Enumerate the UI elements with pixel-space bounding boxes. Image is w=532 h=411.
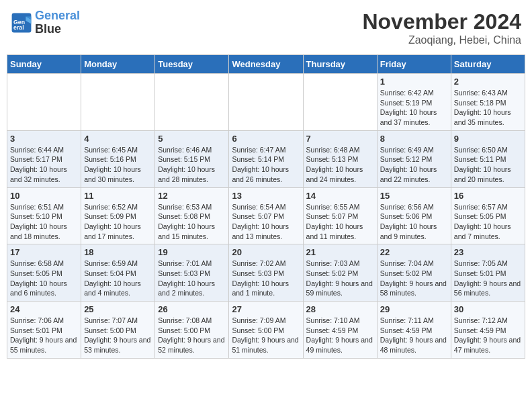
day-number: 21 (306, 247, 374, 257)
day-number: 2 (454, 77, 522, 87)
calendar-cell: 21Sunrise: 7:03 AM Sunset: 5:02 PM Dayli… (303, 244, 377, 302)
day-number: 30 (454, 304, 522, 314)
day-number: 3 (10, 134, 78, 144)
calendar-cell: 7Sunrise: 6:48 AM Sunset: 5:13 PM Daylig… (303, 130, 377, 187)
calendar-body: 1Sunrise: 6:42 AM Sunset: 5:19 PM Daylig… (7, 74, 525, 359)
calendar-row-0: 1Sunrise: 6:42 AM Sunset: 5:19 PM Daylig… (7, 74, 525, 131)
day-number: 29 (380, 304, 448, 314)
calendar-cell: 30Sunrise: 7:12 AM Sunset: 4:59 PM Dayli… (451, 302, 525, 359)
calendar-row-1: 3Sunrise: 6:44 AM Sunset: 5:17 PM Daylig… (7, 130, 525, 187)
weekday-header-friday: Friday (377, 55, 451, 74)
svg-text:eral: eral (13, 24, 24, 31)
cell-info: Sunrise: 6:53 AM Sunset: 5:08 PM Dayligh… (158, 202, 226, 242)
day-number: 20 (232, 247, 300, 257)
weekday-header-sunday: Sunday (7, 55, 81, 74)
day-number: 27 (232, 304, 300, 314)
calendar-cell: 18Sunrise: 6:59 AM Sunset: 5:04 PM Dayli… (81, 244, 155, 302)
day-number: 1 (380, 77, 448, 87)
weekday-header-saturday: Saturday (451, 55, 525, 74)
calendar-cell: 11Sunrise: 6:52 AM Sunset: 5:09 PM Dayli… (81, 187, 155, 244)
calendar-cell: 9Sunrise: 6:50 AM Sunset: 5:11 PM Daylig… (451, 130, 525, 187)
calendar-cell: 13Sunrise: 6:54 AM Sunset: 5:07 PM Dayli… (229, 187, 303, 244)
calendar-cell: 24Sunrise: 7:06 AM Sunset: 5:01 PM Dayli… (7, 302, 81, 359)
cell-info: Sunrise: 6:57 AM Sunset: 5:05 PM Dayligh… (454, 202, 522, 242)
cell-info: Sunrise: 7:09 AM Sunset: 5:00 PM Dayligh… (232, 316, 300, 355)
calendar-cell: 26Sunrise: 7:08 AM Sunset: 5:00 PM Dayli… (155, 302, 229, 359)
cell-info: Sunrise: 6:51 AM Sunset: 5:10 PM Dayligh… (10, 202, 78, 242)
weekday-header-tuesday: Tuesday (155, 55, 229, 74)
cell-info: Sunrise: 7:03 AM Sunset: 5:02 PM Dayligh… (306, 259, 374, 298)
calendar-cell: 16Sunrise: 6:57 AM Sunset: 5:05 PM Dayli… (451, 187, 525, 244)
calendar-cell: 4Sunrise: 6:45 AM Sunset: 5:16 PM Daylig… (81, 130, 155, 187)
calendar-cell: 17Sunrise: 6:58 AM Sunset: 5:05 PM Dayli… (7, 244, 81, 302)
calendar-cell: 5Sunrise: 6:46 AM Sunset: 5:15 PM Daylig… (155, 130, 229, 187)
day-number: 19 (158, 247, 226, 257)
day-number: 6 (232, 134, 300, 144)
day-number: 14 (306, 191, 374, 201)
weekday-header-row: SundayMondayTuesdayWednesdayThursdayFrid… (7, 55, 525, 74)
cell-info: Sunrise: 7:06 AM Sunset: 5:01 PM Dayligh… (10, 316, 78, 355)
calendar-cell: 15Sunrise: 6:56 AM Sunset: 5:06 PM Dayli… (377, 187, 451, 244)
calendar-cell (81, 74, 155, 131)
calendar-header: Gen eral GeneralBlue November 2024 Zaoqi… (7, 7, 525, 49)
day-number: 5 (158, 134, 226, 144)
weekday-header-monday: Monday (81, 55, 155, 74)
calendar-cell: 12Sunrise: 6:53 AM Sunset: 5:08 PM Dayli… (155, 187, 229, 244)
cell-info: Sunrise: 7:01 AM Sunset: 5:03 PM Dayligh… (158, 259, 226, 298)
cell-info: Sunrise: 6:52 AM Sunset: 5:09 PM Dayligh… (84, 202, 152, 242)
day-number: 24 (10, 304, 78, 314)
day-number: 18 (84, 247, 152, 257)
calendar-row-2: 10Sunrise: 6:51 AM Sunset: 5:10 PM Dayli… (7, 187, 525, 244)
cell-info: Sunrise: 7:08 AM Sunset: 5:00 PM Dayligh… (158, 316, 226, 355)
cell-info: Sunrise: 7:05 AM Sunset: 5:01 PM Dayligh… (454, 259, 522, 298)
calendar-cell: 19Sunrise: 7:01 AM Sunset: 5:03 PM Dayli… (155, 244, 229, 302)
cell-info: Sunrise: 6:54 AM Sunset: 5:07 PM Dayligh… (232, 202, 300, 242)
cell-info: Sunrise: 7:07 AM Sunset: 5:00 PM Dayligh… (84, 316, 152, 355)
day-number: 17 (10, 247, 78, 257)
cell-info: Sunrise: 7:10 AM Sunset: 4:59 PM Dayligh… (306, 316, 374, 355)
calendar-cell (229, 74, 303, 131)
day-number: 9 (454, 134, 522, 144)
cell-info: Sunrise: 6:50 AM Sunset: 5:11 PM Dayligh… (454, 145, 522, 185)
cell-info: Sunrise: 6:58 AM Sunset: 5:05 PM Dayligh… (10, 259, 78, 298)
day-number: 28 (306, 304, 374, 314)
calendar-cell: 10Sunrise: 6:51 AM Sunset: 5:10 PM Dayli… (7, 187, 81, 244)
calendar-cell: 2Sunrise: 6:43 AM Sunset: 5:18 PM Daylig… (451, 74, 525, 131)
calendar-cell: 6Sunrise: 6:47 AM Sunset: 5:14 PM Daylig… (229, 130, 303, 187)
cell-info: Sunrise: 6:46 AM Sunset: 5:15 PM Dayligh… (158, 145, 226, 185)
calendar-row-3: 17Sunrise: 6:58 AM Sunset: 5:05 PM Dayli… (7, 244, 525, 302)
cell-info: Sunrise: 6:59 AM Sunset: 5:04 PM Dayligh… (84, 259, 152, 298)
cell-info: Sunrise: 6:44 AM Sunset: 5:17 PM Dayligh… (10, 145, 78, 185)
day-number: 12 (158, 191, 226, 201)
calendar-cell: 27Sunrise: 7:09 AM Sunset: 5:00 PM Dayli… (229, 302, 303, 359)
calendar-cell: 1Sunrise: 6:42 AM Sunset: 5:19 PM Daylig… (377, 74, 451, 131)
day-number: 15 (380, 191, 448, 201)
day-number: 26 (158, 304, 226, 314)
logo-text: GeneralBlue (35, 9, 80, 36)
day-number: 10 (10, 191, 78, 201)
calendar-cell: 29Sunrise: 7:11 AM Sunset: 4:59 PM Dayli… (377, 302, 451, 359)
month-title: November 2024 (362, 9, 521, 34)
calendar-row-4: 24Sunrise: 7:06 AM Sunset: 5:01 PM Dayli… (7, 302, 525, 359)
cell-info: Sunrise: 6:43 AM Sunset: 5:18 PM Dayligh… (454, 88, 522, 128)
weekday-header-wednesday: Wednesday (229, 55, 303, 74)
day-number: 23 (454, 247, 522, 257)
cell-info: Sunrise: 7:12 AM Sunset: 4:59 PM Dayligh… (454, 316, 522, 355)
day-number: 11 (84, 191, 152, 201)
cell-info: Sunrise: 6:49 AM Sunset: 5:12 PM Dayligh… (380, 145, 448, 185)
calendar-cell: 28Sunrise: 7:10 AM Sunset: 4:59 PM Dayli… (303, 302, 377, 359)
logo-icon: Gen eral (11, 12, 32, 34)
cell-info: Sunrise: 6:56 AM Sunset: 5:06 PM Dayligh… (380, 202, 448, 242)
calendar-cell: 14Sunrise: 6:55 AM Sunset: 5:07 PM Dayli… (303, 187, 377, 244)
cell-info: Sunrise: 7:02 AM Sunset: 5:03 PM Dayligh… (232, 259, 300, 298)
day-number: 22 (380, 247, 448, 257)
calendar-cell: 8Sunrise: 6:49 AM Sunset: 5:12 PM Daylig… (377, 130, 451, 187)
weekday-header-thursday: Thursday (303, 55, 377, 74)
cell-info: Sunrise: 7:11 AM Sunset: 4:59 PM Dayligh… (380, 316, 448, 355)
cell-info: Sunrise: 6:42 AM Sunset: 5:19 PM Dayligh… (380, 88, 448, 128)
calendar-cell: 25Sunrise: 7:07 AM Sunset: 5:00 PM Dayli… (81, 302, 155, 359)
cell-info: Sunrise: 6:47 AM Sunset: 5:14 PM Dayligh… (232, 145, 300, 185)
logo: Gen eral GeneralBlue (11, 9, 80, 36)
calendar-cell (303, 74, 377, 131)
day-number: 7 (306, 134, 374, 144)
